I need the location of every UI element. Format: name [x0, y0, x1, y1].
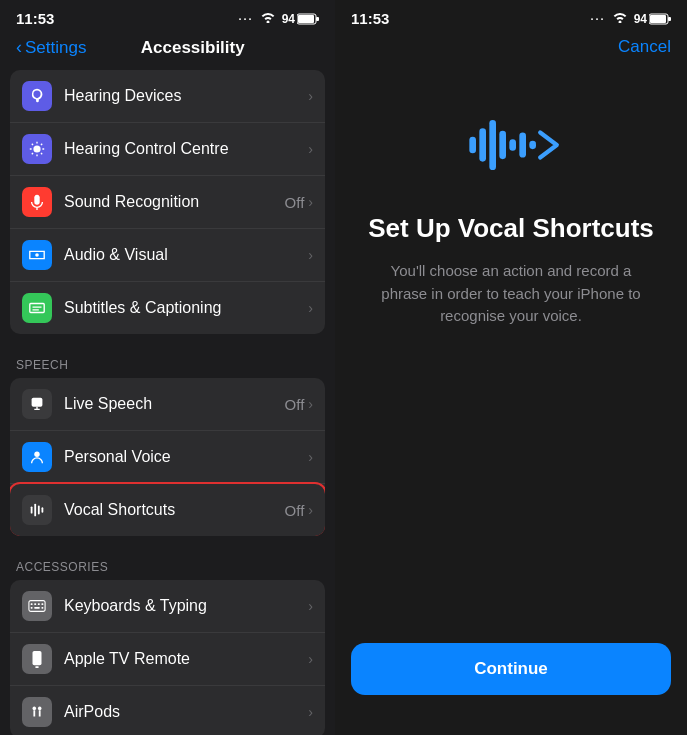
apple-tv-label: Apple TV Remote — [64, 650, 308, 668]
svg-rect-24 — [35, 666, 39, 668]
sound-rec-icon — [22, 187, 52, 217]
hearing-control-label: Hearing Control Centre — [64, 140, 308, 158]
continue-button[interactable]: Continue — [351, 643, 671, 695]
signal-dots-icon: ··· — [238, 13, 253, 25]
vocal-shortcuts-icon — [22, 495, 52, 525]
battery-icon: 94 — [282, 12, 319, 26]
svg-point-10 — [34, 452, 39, 457]
wifi-icon — [260, 11, 276, 26]
svg-rect-2 — [316, 17, 319, 21]
accessories-section-header: ACCESSORIES — [0, 544, 335, 580]
hearing-devices-chevron: › — [308, 88, 313, 104]
back-chevron-icon: ‹ — [16, 37, 22, 58]
svg-rect-37 — [509, 139, 516, 151]
right-signal-dots-icon: ··· — [590, 13, 605, 25]
list-item-live-speech[interactable]: Live Speech Off › — [10, 378, 325, 431]
live-speech-chevron: › — [308, 396, 313, 412]
nav-title: Accessibility — [86, 38, 299, 58]
svg-rect-22 — [42, 607, 44, 609]
accessories-group: Keyboards & Typing › Apple TV Remote › A… — [10, 580, 325, 735]
list-item-personal-voice[interactable]: Personal Voice › — [10, 431, 325, 484]
svg-rect-31 — [650, 15, 666, 23]
keyboards-icon — [22, 591, 52, 621]
live-speech-label: Live Speech — [64, 395, 285, 413]
right-nav-bar: Cancel — [335, 33, 687, 65]
svg-rect-11 — [31, 506, 33, 513]
svg-rect-12 — [34, 504, 36, 517]
svg-rect-6 — [30, 304, 44, 313]
svg-rect-38 — [519, 133, 526, 158]
svg-rect-17 — [34, 603, 36, 605]
audio-visual-icon — [22, 240, 52, 270]
personal-voice-label: Personal Voice — [64, 448, 308, 466]
keyboards-label: Keyboards & Typing — [64, 597, 308, 615]
vocal-shortcuts-chevron: › — [308, 502, 313, 518]
svg-rect-36 — [499, 131, 506, 159]
svg-point-5 — [35, 253, 39, 257]
list-item-sound-rec[interactable]: Sound Recognition Off › — [10, 176, 325, 229]
hearing-devices-icon — [22, 81, 52, 111]
sound-rec-chevron: › — [308, 194, 313, 210]
list-item-apple-tv[interactable]: Apple TV Remote › — [10, 633, 325, 686]
list-item-keyboards[interactable]: Keyboards & Typing › — [10, 580, 325, 633]
hearing-control-chevron: › — [308, 141, 313, 157]
list-item-subtitles[interactable]: Subtitles & Captioning › — [10, 282, 325, 334]
back-button[interactable]: ‹ Settings — [16, 37, 86, 58]
speech-section-header: SPEECH — [0, 342, 335, 378]
svg-rect-23 — [33, 651, 42, 665]
svg-rect-20 — [31, 607, 33, 609]
right-status-bar: 11:53 ··· 94 — [335, 0, 687, 33]
subtitles-chevron: › — [308, 300, 313, 316]
keyboards-chevron: › — [308, 598, 313, 614]
right-time: 11:53 — [351, 10, 389, 27]
hearing-group: Hearing Devices › Hearing Control Centre… — [10, 70, 325, 334]
apple-tv-chevron: › — [308, 651, 313, 667]
setup-title: Set Up Vocal Shortcuts — [338, 213, 684, 244]
left-status-bar: 11:53 ··· 94 — [0, 0, 335, 33]
left-time: 11:53 — [16, 10, 54, 27]
svg-point-25 — [33, 707, 37, 711]
svg-rect-1 — [298, 15, 314, 23]
sound-rec-label: Sound Recognition — [64, 193, 285, 211]
svg-rect-15 — [29, 601, 45, 612]
svg-rect-9 — [32, 398, 43, 407]
live-speech-value: Off — [285, 396, 305, 413]
audio-visual-chevron: › — [308, 247, 313, 263]
svg-rect-34 — [479, 128, 486, 161]
personal-voice-icon — [22, 442, 52, 472]
hearing-devices-label: Hearing Devices — [64, 87, 308, 105]
vocal-shortcuts-illustration — [461, 105, 561, 189]
sound-rec-value: Off — [285, 194, 305, 211]
svg-rect-32 — [668, 17, 671, 21]
list-item-vocal-shortcuts[interactable]: Vocal Shortcuts Off › — [10, 484, 325, 536]
left-status-icons: ··· 94 — [238, 11, 319, 26]
list-item-audio-visual[interactable]: Audio & Visual › — [10, 229, 325, 282]
airpods-icon — [22, 697, 52, 727]
svg-rect-35 — [489, 120, 496, 170]
svg-rect-19 — [42, 603, 44, 605]
cancel-button[interactable]: Cancel — [618, 37, 671, 57]
apple-tv-icon — [22, 644, 52, 674]
setup-description: You'll choose an action and record a phr… — [335, 260, 687, 328]
hearing-control-icon — [22, 134, 52, 164]
svg-rect-33 — [469, 137, 476, 154]
left-nav-bar: ‹ Settings Accessibility — [0, 33, 335, 66]
personal-voice-chevron: › — [308, 449, 313, 465]
airpods-label: AirPods — [64, 703, 308, 721]
speech-group: Live Speech Off › Personal Voice › — [10, 378, 325, 536]
airpods-chevron: › — [308, 704, 313, 720]
right-status-icons: ··· 94 — [590, 11, 671, 26]
vocal-shortcuts-value: Off — [285, 502, 305, 519]
right-panel: 11:53 ··· 94 Cancel — [335, 0, 687, 735]
vocal-shortcuts-label: Vocal Shortcuts — [64, 501, 285, 519]
audio-visual-label: Audio & Visual — [64, 246, 308, 264]
list-item-hearing-devices[interactable]: Hearing Devices › — [10, 70, 325, 123]
subtitles-label: Subtitles & Captioning — [64, 299, 308, 317]
list-item-hearing-control[interactable]: Hearing Control Centre › — [10, 123, 325, 176]
back-label: Settings — [25, 38, 86, 58]
svg-rect-39 — [529, 141, 536, 149]
left-panel: 11:53 ··· 94 ‹ Settings Accessibility — [0, 0, 335, 735]
subtitles-icon — [22, 293, 52, 323]
list-item-airpods[interactable]: AirPods › — [10, 686, 325, 735]
svg-rect-21 — [34, 607, 39, 609]
